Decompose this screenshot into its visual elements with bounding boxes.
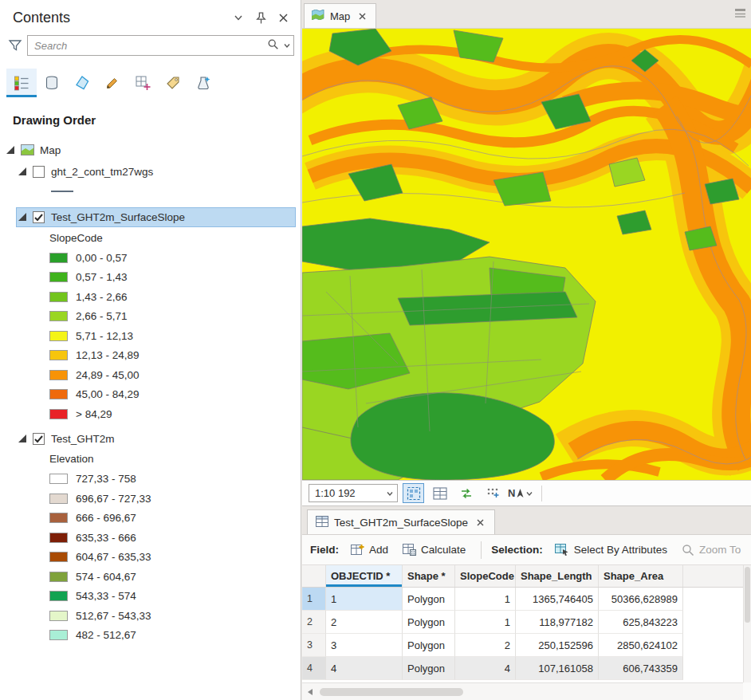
- expander-icon[interactable]: [18, 167, 27, 176]
- legend-swatch[interactable]: [49, 474, 68, 484]
- map-viewport[interactable]: [302, 29, 751, 480]
- close-pane-icon[interactable]: [273, 8, 293, 27]
- shape-length-cell[interactable]: 118,977182: [516, 611, 599, 634]
- shape-cell[interactable]: Polygon: [403, 611, 455, 634]
- pin-icon[interactable]: [251, 8, 270, 27]
- zoom-to-button[interactable]: Zoom To: [676, 541, 746, 560]
- legend-swatch[interactable]: [49, 311, 68, 321]
- slopecode-cell[interactable]: 2: [455, 634, 516, 657]
- shape-area-cell[interactable]: 2850,624102: [599, 634, 683, 657]
- search-input[interactable]: [28, 40, 293, 52]
- objectid-cell[interactable]: 2: [326, 611, 403, 634]
- legend-swatch[interactable]: [49, 611, 68, 621]
- map-view-tab[interactable]: Map: [304, 3, 376, 28]
- row-number-cell[interactable]: 4: [302, 657, 326, 680]
- attribute-table-tab[interactable]: Test_GHT2m_SurfaceSlope: [307, 509, 495, 534]
- calculate-field-button[interactable]: Calculate: [397, 541, 471, 559]
- tab-list-menu-icon[interactable]: [734, 7, 746, 22]
- expander-icon[interactable]: [6, 146, 15, 155]
- table-row[interactable]: 2 2 Polygon 1 118,977182 625,843223: [302, 611, 743, 634]
- column-header-shape-area[interactable]: Shape_Area: [599, 565, 683, 587]
- layer-label[interactable]: ght_2_cont_tm27wgs: [51, 166, 153, 178]
- table-row[interactable]: 1 1 Polygon 1 1365,746405 50366,628989: [302, 588, 743, 611]
- search-icon[interactable]: [267, 38, 279, 53]
- tree-item-ght-2-cont-tm27wgs[interactable]: ght_2_cont_tm27wgs: [16, 162, 296, 182]
- expander-icon[interactable]: [18, 435, 27, 443]
- shape-cell[interactable]: Polygon: [403, 657, 455, 680]
- row-number-cell[interactable]: 3: [302, 634, 326, 657]
- select-features-button[interactable]: [403, 483, 424, 503]
- scrollbar-thumb[interactable]: [745, 567, 750, 623]
- layer-visibility-checkbox[interactable]: [33, 211, 45, 223]
- north-arrow-button[interactable]: N: [508, 487, 533, 499]
- shape-length-cell[interactable]: 250,152596: [516, 634, 599, 657]
- tree-item-test-ght2m[interactable]: Test_GHT2m: [16, 429, 296, 449]
- shape-area-cell[interactable]: 625,843223: [599, 611, 683, 634]
- list-by-editing-button[interactable]: [97, 69, 128, 97]
- pane-chevron-down-icon[interactable]: [229, 8, 248, 27]
- legend-swatch[interactable]: [49, 331, 68, 341]
- row-number-cell[interactable]: 1: [302, 588, 326, 611]
- slopecode-cell[interactable]: 1: [455, 588, 516, 611]
- tree-item-map[interactable]: Map: [0, 140, 301, 160]
- column-header-shape[interactable]: Shape *: [403, 565, 455, 587]
- shape-cell[interactable]: Polygon: [403, 634, 455, 657]
- map-scale-select[interactable]: 1:10 192: [309, 484, 398, 502]
- objectid-cell[interactable]: 1: [326, 588, 403, 611]
- shape-length-cell[interactable]: 107,161058: [516, 657, 599, 680]
- legend-swatch[interactable]: [49, 630, 68, 640]
- scrollbar-thumb[interactable]: [320, 688, 463, 696]
- map-node-label[interactable]: Map: [40, 144, 61, 156]
- expander-icon[interactable]: [18, 213, 27, 222]
- scroll-left-arrow-icon[interactable]: [302, 684, 318, 700]
- column-header-objectid[interactable]: OBJECTID *: [326, 565, 403, 587]
- shape-area-cell[interactable]: 606,743359: [599, 657, 683, 680]
- legend-swatch[interactable]: [49, 494, 68, 504]
- legend-swatch[interactable]: [49, 350, 68, 360]
- legend-swatch[interactable]: [49, 370, 68, 380]
- legend-swatch[interactable]: [49, 533, 68, 543]
- search-box[interactable]: [27, 35, 294, 56]
- list-by-snapping-button[interactable]: [128, 69, 158, 97]
- list-by-labeling-button[interactable]: [158, 69, 188, 97]
- slopecode-cell[interactable]: 4: [455, 657, 516, 680]
- list-by-drawing-order-button[interactable]: [6, 69, 37, 97]
- layer-label[interactable]: Test_GHT2m: [51, 433, 115, 445]
- shape-area-cell[interactable]: 50366,628989: [599, 588, 683, 611]
- list-by-data-source-button[interactable]: [37, 69, 67, 97]
- slopecode-cell[interactable]: 1: [455, 611, 516, 634]
- select-by-attributes-button[interactable]: Select By Attributes: [549, 541, 673, 559]
- table-row[interactable]: 4 4 Polygon 4 107,161058 606,743359: [302, 657, 743, 680]
- legend-swatch[interactable]: [49, 292, 68, 302]
- header-corner-cell[interactable]: [302, 565, 326, 587]
- tree-item-test-ght2m-surfaceslope[interactable]: Test_GHT2m_SurfaceSlope: [16, 207, 296, 227]
- column-header-slopecode[interactable]: SlopeCode: [455, 565, 516, 587]
- add-field-button[interactable]: Add: [345, 541, 394, 559]
- layer-label[interactable]: Test_GHT2m_SurfaceSlope: [51, 211, 185, 223]
- row-number-cell[interactable]: 2: [302, 611, 326, 634]
- legend-swatch[interactable]: [49, 591, 68, 601]
- legend-swatch[interactable]: [49, 552, 68, 562]
- open-attribute-table-button[interactable]: [429, 483, 450, 503]
- legend-swatch[interactable]: [49, 272, 68, 282]
- legend-swatch[interactable]: [49, 513, 68, 523]
- layer-visibility-checkbox[interactable]: [33, 433, 45, 445]
- table-row[interactable]: 3 3 Polygon 2 250,152596 2850,624102: [302, 634, 743, 657]
- more-options-button[interactable]: [482, 483, 503, 503]
- filter-icon[interactable]: [5, 35, 26, 56]
- legend-swatch[interactable]: [49, 389, 68, 399]
- horizontal-scrollbar[interactable]: [302, 682, 743, 700]
- objectid-cell[interactable]: 3: [326, 634, 403, 657]
- shape-length-cell[interactable]: 1365,746405: [516, 588, 599, 611]
- close-map-tab-icon[interactable]: [356, 10, 368, 22]
- list-by-charts-button[interactable]: [188, 69, 218, 97]
- legend-swatch[interactable]: [49, 253, 68, 263]
- column-header-shape-length[interactable]: Shape_Length: [516, 565, 599, 587]
- list-by-selection-button[interactable]: [67, 69, 97, 97]
- contour-line-symbol[interactable]: [0, 182, 301, 201]
- close-table-tab-icon[interactable]: [474, 516, 486, 529]
- shape-cell[interactable]: Polygon: [403, 588, 455, 611]
- switch-selection-button[interactable]: [455, 483, 477, 503]
- layer-visibility-checkbox[interactable]: [33, 166, 45, 178]
- legend-swatch[interactable]: [49, 572, 68, 582]
